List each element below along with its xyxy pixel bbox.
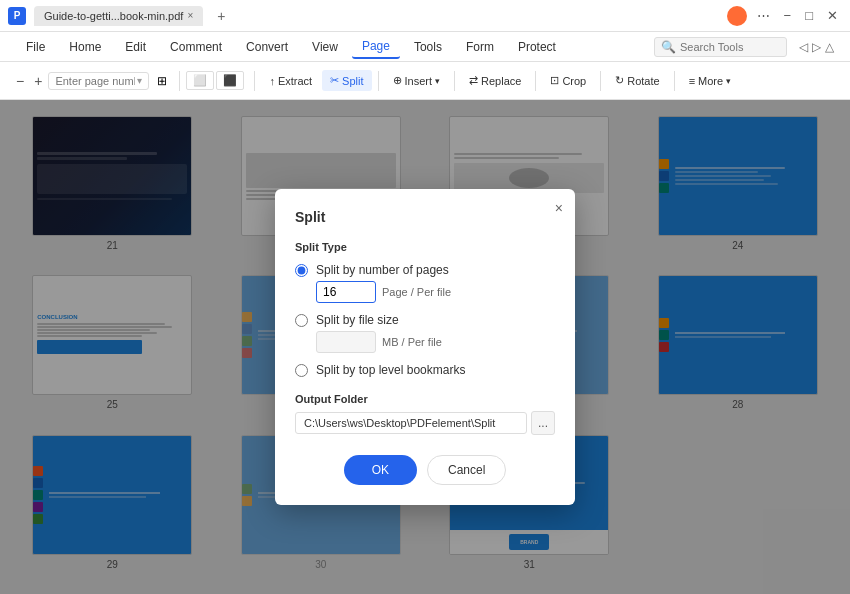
split-by-pages-radio[interactable]	[295, 264, 308, 277]
menu-comment[interactable]: Comment	[160, 36, 232, 58]
page-number-input[interactable]	[55, 75, 135, 87]
search-icon: 🔍	[661, 40, 676, 54]
fit-page-icon[interactable]: ⊞	[151, 72, 173, 90]
zoom-out-btn[interactable]: −	[12, 71, 28, 91]
dialog-actions: OK Cancel	[295, 455, 555, 485]
app-icon: P	[8, 7, 26, 25]
pages-per-file-unit: Page / Per file	[382, 286, 451, 298]
divider7	[674, 71, 675, 91]
split-by-pages-option: Split by number of pages Page / Per file	[295, 263, 555, 303]
minimize-btn[interactable]: −	[780, 6, 796, 25]
new-tab-btn[interactable]: +	[211, 6, 231, 26]
menu-bar: File Home Edit Comment Convert View Page…	[0, 32, 850, 62]
split-options: Split by number of pages Page / Per file…	[295, 263, 555, 377]
divider4	[454, 71, 455, 91]
browse-btn[interactable]: ...	[531, 411, 555, 435]
more-dropdown-icon: ▾	[726, 76, 731, 86]
split-by-size-option: Split by file size MB / Per file	[295, 313, 555, 353]
replace-btn[interactable]: ⇄ Replace	[461, 70, 529, 91]
split-by-size-label: Split by file size	[316, 313, 399, 327]
split-by-bookmarks-label: Split by top level bookmarks	[316, 363, 465, 377]
divider2	[254, 71, 255, 91]
menu-home[interactable]: Home	[59, 36, 111, 58]
more-btn[interactable]: ≡ More ▾	[681, 71, 739, 91]
menu-convert[interactable]: Convert	[236, 36, 298, 58]
rotate-btn[interactable]: ↻ Rotate	[607, 70, 667, 91]
crop-icon: ⊡	[550, 74, 559, 87]
divider3	[378, 71, 379, 91]
insert-icon: ⊕	[393, 74, 402, 87]
maximize-btn[interactable]: □	[801, 6, 817, 25]
ok-btn[interactable]: OK	[344, 455, 417, 485]
split-dialog: × Split Split Type Split by number of pa…	[275, 189, 575, 505]
more-icon: ≡	[689, 75, 695, 87]
tab-item[interactable]: Guide-to-getti...book-min.pdf ×	[34, 6, 203, 26]
search-tools[interactable]: 🔍	[654, 37, 787, 57]
page-dropdown-icon: ▾	[137, 75, 142, 86]
extract-btn[interactable]: ↑ Extract	[261, 71, 320, 91]
mb-input	[316, 331, 376, 353]
crop-btn[interactable]: ⊡ Crop	[542, 70, 594, 91]
insert-btn[interactable]: ⊕ Insert ▾	[385, 70, 449, 91]
modal-overlay: × Split Split Type Split by number of pa…	[0, 100, 850, 594]
search-input[interactable]	[680, 41, 780, 53]
replace-icon: ⇄	[469, 74, 478, 87]
avatar	[727, 6, 747, 26]
menu-tools[interactable]: Tools	[404, 36, 452, 58]
mb-unit: MB / Per file	[382, 336, 442, 348]
nav-back-icon[interactable]: ◁	[799, 40, 808, 54]
output-path-input[interactable]	[295, 412, 527, 434]
nav-forward-icon[interactable]: ▷	[812, 40, 821, 54]
menu-file[interactable]: File	[16, 36, 55, 58]
select-icon[interactable]: ⬜	[186, 71, 214, 90]
cancel-btn[interactable]: Cancel	[427, 455, 506, 485]
rotate-icon: ↻	[615, 74, 624, 87]
split-by-pages-label: Split by number of pages	[316, 263, 449, 277]
output-folder-label: Output Folder	[295, 393, 555, 405]
tab-close-btn[interactable]: ×	[187, 10, 193, 21]
pages-per-file-input[interactable]	[316, 281, 376, 303]
dialog-title: Split	[295, 209, 555, 225]
zoom-in-btn[interactable]: +	[30, 71, 46, 91]
crop-selection-icon[interactable]: ⬛	[216, 71, 244, 90]
divider6	[600, 71, 601, 91]
menu-protect[interactable]: Protect	[508, 36, 566, 58]
split-btn[interactable]: ✂ Split	[322, 70, 371, 91]
more-options-icon[interactable]: ⋯	[753, 6, 774, 25]
dialog-close-btn[interactable]: ×	[555, 201, 563, 215]
toolbar: − + ▾ ⊞ ⬜ ⬛ ↑ Extract ✂ Split ⊕ Insert ▾…	[0, 62, 850, 100]
menu-edit[interactable]: Edit	[115, 36, 156, 58]
divider5	[535, 71, 536, 91]
split-icon: ✂	[330, 74, 339, 87]
split-by-bookmarks-radio[interactable]	[295, 364, 308, 377]
page-number-input-wrap: ▾	[48, 72, 149, 90]
title-bar: P Guide-to-getti...book-min.pdf × + ⋯ − …	[0, 0, 850, 32]
extract-icon: ↑	[269, 75, 275, 87]
nav-up-icon[interactable]: △	[825, 40, 834, 54]
insert-dropdown-icon: ▾	[435, 76, 440, 86]
split-by-size-radio[interactable]	[295, 314, 308, 327]
split-type-label: Split Type	[295, 241, 555, 253]
output-section: Output Folder ...	[295, 393, 555, 435]
tab-label: Guide-to-getti...book-min.pdf	[44, 10, 183, 22]
divider1	[179, 71, 180, 91]
close-btn[interactable]: ✕	[823, 6, 842, 25]
menu-form[interactable]: Form	[456, 36, 504, 58]
menu-view[interactable]: View	[302, 36, 348, 58]
content-area: 21 22	[0, 100, 850, 594]
menu-page[interactable]: Page	[352, 35, 400, 59]
